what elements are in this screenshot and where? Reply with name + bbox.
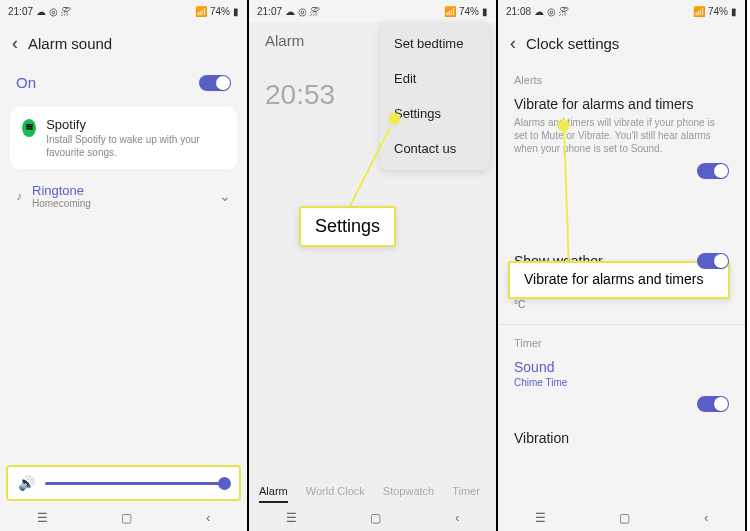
callout-vibrate: Vibrate for alarms and timers: [508, 261, 730, 299]
spotify-desc: Install Spotify to wake up with your fav…: [46, 134, 225, 159]
status-battery: 74%: [459, 6, 479, 17]
toggle-label: On: [16, 74, 36, 91]
volume-slider[interactable]: [45, 482, 229, 485]
tab-world-clock[interactable]: World Clock: [306, 485, 365, 503]
nav-recent[interactable]: ☰: [37, 511, 48, 525]
header: ‹ Alarm sound: [0, 22, 247, 64]
panel-alarm-sound: 21:07 ☁ ◎ ⛈ 📶 74% ▮ ‹ Alarm sound On Spo…: [0, 0, 249, 531]
nav-home[interactable]: ▢: [619, 511, 630, 525]
sound-toggle-row: [498, 396, 745, 418]
music-note-icon: ♪: [16, 189, 22, 203]
alarm-sound-toggle[interactable]: [199, 75, 231, 91]
status-time: 21:07: [257, 6, 282, 17]
status-signal-icon: 📶: [693, 6, 705, 17]
menu-contact-us[interactable]: Contact us: [380, 131, 490, 166]
nav-home[interactable]: ▢: [370, 511, 381, 525]
status-icons-left: ☁ ◎ ⛈: [36, 6, 71, 17]
tab-alarm[interactable]: Alarm: [259, 485, 288, 503]
nav-back[interactable]: ‹: [704, 511, 708, 525]
temperature-sub: °C: [514, 299, 729, 310]
panel-alarm-menu: 21:07 ☁ ◎ ⛈ 📶 74% ▮ Alarm 20:53 Set bedt…: [249, 0, 498, 531]
menu-edit[interactable]: Edit: [380, 61, 490, 96]
callout-settings: Settings: [299, 206, 396, 247]
volume-slider-highlight: 🔊: [6, 465, 241, 501]
setting-sound[interactable]: Sound Chime Time: [498, 353, 745, 396]
nav-home[interactable]: ▢: [121, 511, 132, 525]
page-title: Clock settings: [526, 35, 619, 52]
setting-vibrate-toggle-row: [498, 163, 745, 185]
spotify-icon: [22, 119, 36, 137]
back-icon[interactable]: ‹: [12, 33, 18, 54]
battery-icon: ▮: [233, 6, 239, 17]
spotify-title: Spotify: [46, 117, 225, 132]
nav-recent[interactable]: ☰: [535, 511, 546, 525]
battery-icon: ▮: [482, 6, 488, 17]
menu-set-bedtime[interactable]: Set bedtime: [380, 26, 490, 61]
overflow-menu: Set bedtime Edit Settings Contact us: [380, 22, 490, 170]
page-title: Alarm sound: [28, 35, 112, 52]
tab-stopwatch[interactable]: Stopwatch: [383, 485, 434, 503]
chevron-down-icon: ⌄: [219, 188, 231, 204]
section-timer: Timer: [498, 324, 745, 353]
battery-icon: ▮: [731, 6, 737, 17]
status-time: 21:08: [506, 6, 531, 17]
vibrate-toggle[interactable]: [697, 163, 729, 179]
back-icon[interactable]: ‹: [510, 33, 516, 54]
setting-vibrate-title: Vibrate for alarms and timers: [514, 96, 729, 113]
ringtone-row[interactable]: ♪ Ringtone Homecoming ⌄: [16, 175, 231, 217]
system-nav: ☰ ▢ ‹: [249, 505, 496, 531]
status-time: 21:07: [8, 6, 33, 17]
setting-vibrate-desc: Alarms and timers will vibrate if your p…: [514, 116, 729, 155]
status-signal-icon: 📶: [195, 6, 207, 17]
tab-timer[interactable]: Timer: [452, 485, 480, 503]
system-nav: ☰ ▢ ‹: [498, 505, 745, 531]
nav-back[interactable]: ‹: [206, 511, 210, 525]
status-battery: 74%: [210, 6, 230, 17]
status-bar: 21:07 ☁ ◎ ⛈ 📶 74% ▮: [0, 0, 247, 22]
section-alerts: Alerts: [498, 64, 745, 90]
system-nav: ☰ ▢ ‹: [0, 505, 247, 531]
setting-vibrate[interactable]: Vibrate for alarms and timers Alarms and…: [498, 90, 745, 163]
nav-recent[interactable]: ☰: [286, 511, 297, 525]
panel-clock-settings: 21:08 ☁ ◎ ⛈ 📶 74% ▮ ‹ Clock settings Ale…: [498, 0, 747, 531]
sound-toggle[interactable]: [697, 396, 729, 412]
status-icons-left: ☁ ◎ ⛈: [285, 6, 320, 17]
ringtone-sub: Homecoming: [32, 198, 209, 209]
status-icons-left: ☁ ◎ ⛈: [534, 6, 569, 17]
weather-toggle[interactable]: [697, 253, 729, 269]
status-signal-icon: 📶: [444, 6, 456, 17]
status-bar: 21:08 ☁ ◎ ⛈ 📶 74% ▮: [498, 0, 745, 22]
alarm-sound-toggle-row: On: [0, 64, 247, 101]
status-bar: 21:07 ☁ ◎ ⛈ 📶 74% ▮: [249, 0, 496, 22]
sound-sub: Chime Time: [514, 377, 729, 388]
volume-icon: 🔊: [18, 475, 35, 491]
spotify-card[interactable]: Spotify Install Spotify to wake up with …: [10, 107, 237, 169]
header: ‹ Clock settings: [498, 22, 745, 64]
highlight-dot: [389, 113, 400, 124]
sound-title: Sound: [514, 359, 729, 376]
tab-bar: Alarm World Clock Stopwatch Timer: [249, 485, 496, 503]
ringtone-title: Ringtone: [32, 183, 209, 198]
vibration-title: Vibration: [514, 430, 729, 447]
nav-back[interactable]: ‹: [455, 511, 459, 525]
setting-vibration[interactable]: Vibration: [498, 418, 745, 455]
status-battery: 74%: [708, 6, 728, 17]
